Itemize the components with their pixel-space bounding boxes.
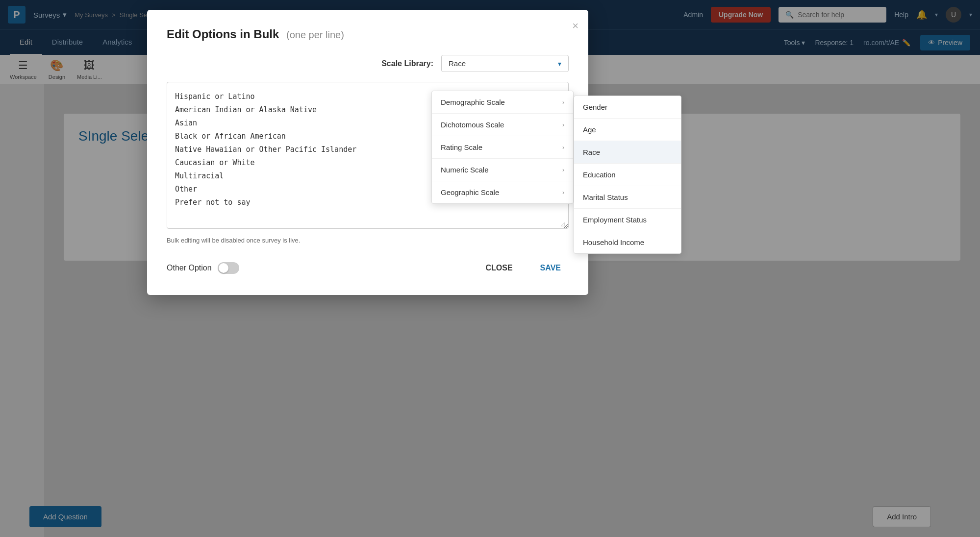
submenu-item-race[interactable]: Race [574, 141, 681, 164]
close-button[interactable]: CLOSE [477, 259, 520, 277]
other-option-label: Other Option [167, 264, 212, 272]
submenu-item-employment-status-label: Employment Status [583, 216, 647, 224]
dropdown-item-rating-label: Rating Scale [441, 143, 482, 151]
submenu-item-marital-status-label: Marital Status [583, 193, 628, 201]
scale-library-dropdown-icon: ▾ [558, 60, 561, 68]
scale-library-row: Scale Library: Race ▾ [167, 55, 569, 72]
submenu-item-marital-status[interactable]: Marital Status [574, 186, 681, 209]
chevron-right-icon: › [562, 167, 564, 173]
chevron-right-icon: › [562, 122, 564, 128]
dropdown-item-numeric[interactable]: Numeric Scale › [432, 159, 573, 181]
modal-title: Edit Options in Bulk (one per line) [167, 27, 569, 41]
bulk-edit-note: Bulk editing will be disabled once surve… [167, 237, 569, 244]
modal-footer: Other Option CLOSE SAVE [167, 259, 569, 277]
toggle-circle [219, 263, 228, 273]
submenu-item-education-label: Education [583, 171, 616, 179]
dropdown-item-geographic-label: Geographic Scale [441, 188, 499, 196]
modal-title-main: Edit Options in Bulk [167, 27, 279, 41]
submenu-item-household-income[interactable]: Household Income [574, 231, 681, 253]
submenu-item-education[interactable]: Education [574, 164, 681, 186]
edit-options-modal: × Edit Options in Bulk (one per line) Sc… [147, 10, 588, 295]
resize-handle-icon: ⊿ [560, 220, 566, 228]
scale-library-select[interactable]: Race ▾ [441, 55, 569, 72]
submenu-item-age-label: Age [583, 125, 596, 134]
dropdown-item-demographic[interactable]: Demographic Scale › [432, 91, 573, 114]
dropdown-item-geographic[interactable]: Geographic Scale › [432, 181, 573, 203]
submenu-item-gender-label: Gender [583, 103, 607, 111]
save-button[interactable]: SAVE [532, 259, 569, 277]
modal-close-button[interactable]: × [572, 20, 578, 32]
chevron-right-icon: › [562, 189, 564, 196]
modal-overlay: × Edit Options in Bulk (one per line) Sc… [0, 0, 980, 537]
dropdown-item-rating[interactable]: Rating Scale › [432, 136, 573, 159]
chevron-right-icon: › [562, 99, 564, 106]
dropdown-item-dichotomous[interactable]: Dichotomous Scale › [432, 114, 573, 136]
dropdown-item-demographic-label: Demographic Scale [441, 98, 505, 106]
scale-library-label: Scale Library: [381, 59, 433, 68]
chevron-right-icon: › [562, 144, 564, 151]
other-option-toggle[interactable] [218, 262, 239, 274]
dropdown-item-dichotomous-label: Dichotomous Scale [441, 121, 504, 129]
submenu-item-gender[interactable]: Gender [574, 96, 681, 119]
other-option-section: Other Option [167, 262, 239, 274]
submenu-item-race-label: Race [583, 148, 600, 156]
submenu-item-age[interactable]: Age [574, 119, 681, 141]
scale-library-dropdown: Demographic Scale › Dichotomous Scale › … [431, 91, 574, 204]
submenu-item-employment-status[interactable]: Employment Status [574, 209, 681, 231]
dropdown-item-numeric-label: Numeric Scale [441, 166, 489, 174]
submenu-item-household-income-label: Household Income [583, 238, 644, 246]
demographic-submenu: Gender Age Race Education Marital Status… [574, 96, 681, 254]
modal-title-sub: (one per line) [286, 29, 344, 40]
scale-library-value: Race [449, 59, 466, 68]
